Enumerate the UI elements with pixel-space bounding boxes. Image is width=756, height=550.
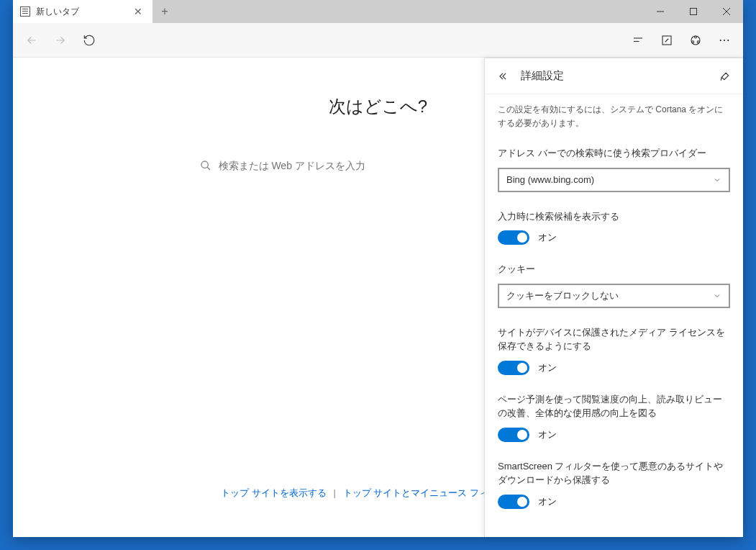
page-icon [20, 6, 30, 17]
page-heading: 次はどこへ? [329, 95, 427, 118]
svg-point-11 [720, 39, 721, 40]
tab-close-button[interactable]: ✕ [131, 4, 145, 19]
cookies-label: クッキー [498, 262, 730, 276]
search-provider-group: アドレス バーでの検索時に使う検索プロバイダー Bing (www.bing.c… [498, 146, 730, 192]
forward-button[interactable] [46, 26, 75, 55]
suggestions-toggle[interactable] [498, 230, 529, 245]
maximize-button[interactable] [677, 0, 710, 23]
svg-point-10 [697, 40, 699, 42]
more-button[interactable] [710, 26, 739, 55]
titlebar: 新しいタブ ✕ + [13, 0, 743, 23]
media-license-label: サイトがデバイスに保護されたメディア ライセンスを保存できるようにする [498, 325, 730, 353]
svg-point-8 [695, 36, 697, 38]
panel-pin-button[interactable] [717, 68, 733, 84]
svg-line-15 [207, 167, 210, 170]
panel-back-button[interactable] [495, 68, 511, 84]
cookies-value: クッキーをブロックしない [506, 289, 619, 302]
window-controls [644, 0, 743, 23]
panel-header: 詳細設定 [485, 58, 743, 94]
page-prediction-group: ページ予測を使って閲覧速度の向上、読み取りビューの改善、全体的な使用感の向上を図… [498, 392, 730, 442]
smartscreen-state: オン [538, 495, 557, 508]
media-license-group: サイトがデバイスに保護されたメディア ライセンスを保存できるようにする オン [498, 325, 730, 375]
svg-point-9 [692, 40, 694, 42]
media-license-state: オン [538, 361, 557, 374]
footer-separator: | [334, 487, 336, 498]
chevron-down-icon [713, 292, 721, 300]
suggestions-label: 入力時に検索候補を表示する [498, 209, 730, 224]
new-tab-button[interactable]: + [153, 0, 176, 23]
tab-title: 新しいタブ [36, 6, 79, 18]
browser-window: 新しいタブ ✕ + [13, 0, 743, 537]
svg-point-14 [201, 161, 208, 168]
svg-point-13 [727, 39, 729, 40]
page-prediction-state: オン [538, 428, 557, 441]
cookies-group: クッキー クッキーをブロックしない [498, 262, 730, 308]
cookies-select[interactable]: クッキーをブロックしない [498, 284, 730, 308]
show-top-sites-link[interactable]: トップ サイトを表示する [221, 487, 327, 498]
refresh-button[interactable] [75, 26, 104, 55]
search-provider-select[interactable]: Bing (www.bing.com) [498, 168, 730, 192]
settings-panel: 詳細設定 この設定を有効にするには、システムで Cortana をオンにする必要… [484, 58, 743, 537]
toolbar [13, 23, 743, 58]
search-provider-value: Bing (www.bing.com) [506, 174, 594, 185]
close-window-button[interactable] [710, 0, 743, 23]
panel-body[interactable]: この設定を有効にするには、システムで Cortana をオンにする必要があります… [485, 94, 743, 537]
smartscreen-group: SmartScreen フィルターを使って悪意のあるサイトやダウンロードから保護… [498, 459, 730, 509]
minimize-button[interactable] [644, 0, 677, 23]
smartscreen-label: SmartScreen フィルターを使って悪意のあるサイトやダウンロードから保護… [498, 459, 730, 487]
media-license-toggle[interactable] [498, 361, 529, 375]
suggestions-group: 入力時に検索候補を表示する オン [498, 209, 730, 245]
page-prediction-label: ページ予測を使って閲覧速度の向上、読み取りビューの改善、全体的な使用感の向上を図… [498, 392, 730, 420]
chevron-down-icon [713, 176, 721, 184]
hub-button[interactable] [624, 26, 652, 55]
smartscreen-toggle[interactable] [498, 495, 529, 509]
search-provider-label: アドレス バーでの検索時に使う検索プロバイダー [498, 146, 730, 161]
svg-rect-1 [691, 9, 697, 15]
page-prediction-toggle[interactable] [498, 428, 529, 442]
web-note-button[interactable] [652, 26, 681, 55]
cortana-note: この設定を有効にするには、システムで Cortana をオンにする必要があります… [498, 103, 730, 130]
panel-title: 詳細設定 [521, 69, 564, 83]
search-icon [200, 160, 211, 171]
back-button[interactable] [17, 26, 46, 55]
tab-active[interactable]: 新しいタブ ✕ [13, 0, 153, 23]
share-button[interactable] [681, 26, 710, 55]
tab-strip: 新しいタブ ✕ + [13, 0, 176, 23]
suggestions-state: オン [538, 231, 557, 244]
svg-point-12 [724, 39, 725, 40]
